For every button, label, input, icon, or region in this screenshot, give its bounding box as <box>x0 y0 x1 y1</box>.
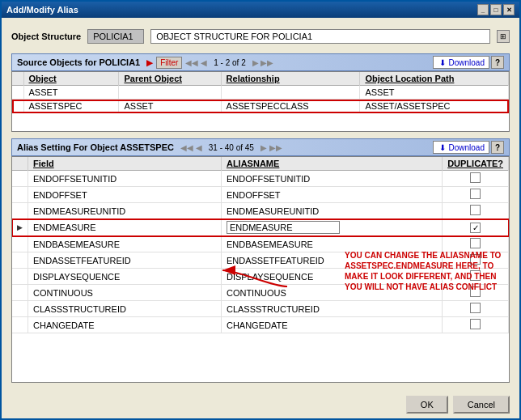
alias-row-8-field: CONTINUOUS <box>28 285 222 301</box>
title-bar: Add/Modify Alias _ □ ✕ <box>2 2 519 18</box>
alias-section: Alias Setting For Object ASSETSPEC ◀◀ ◀ … <box>11 138 510 383</box>
alias-col-arrow <box>12 157 28 171</box>
object-structure-icon[interactable]: ⊞ <box>497 30 510 43</box>
alias-row-4-alias[interactable] <box>221 219 442 236</box>
source-help-button[interactable]: ? <box>491 56 504 69</box>
alias-download-button[interactable]: ⬇ Download <box>433 141 489 154</box>
alias-row-3[interactable]: ENDMEASUREUNITID ENDMEASUREUNITID <box>12 203 509 219</box>
source-col-relationship: Relationship <box>221 72 360 86</box>
alias-section-header: Alias Setting For Object ASSETSPEC ◀◀ ◀ … <box>11 138 510 156</box>
alias-row-4-dup <box>443 219 509 236</box>
alias-download-icon: ⬇ <box>438 142 447 152</box>
alias-row-10-arrow <box>12 317 28 333</box>
row-2-parent: ASSET <box>119 100 221 113</box>
alias-row-1-arrow <box>12 171 28 187</box>
maximize-button[interactable]: □ <box>490 4 502 15</box>
alias-row-2-checkbox[interactable] <box>470 189 481 199</box>
source-col-parent: Parent Object <box>119 72 221 86</box>
alias-row-9-arrow <box>12 301 28 317</box>
filter-arrow: ▶ <box>146 58 153 67</box>
alias-section-title: Alias Setting For Object ASSETSPEC <box>17 142 174 152</box>
alias-row-6-arrow <box>12 252 28 269</box>
alias-nav-arrows-right[interactable]: ▶ ▶▶ <box>260 143 282 152</box>
nav-arrows-left[interactable]: ◀◀ ◀ <box>185 58 207 67</box>
object-structure-description: OBJECT STRUCTURE FOR POLICIA1 <box>150 29 490 44</box>
row-1-object: ASSET <box>23 86 119 100</box>
source-section-controls: ⬇ Download ? <box>433 56 504 69</box>
alias-row-3-arrow <box>12 203 28 219</box>
dialog-content: Object Structure POLICIA1 OBJECT STRUCTU… <box>2 18 519 391</box>
alias-row-5-field: ENDBASEMEASURE <box>28 236 222 252</box>
alias-help-button[interactable]: ? <box>491 141 504 154</box>
source-row-1[interactable]: ASSET ASSET <box>12 86 509 100</box>
alias-col-duplicate: DUPLICATE? <box>443 157 509 171</box>
alias-col-field: Field <box>28 157 222 171</box>
alias-row-3-alias: ENDMEASUREUNITID <box>221 203 442 219</box>
alias-row-7-arrow <box>12 269 28 285</box>
alias-row-3-field: ENDMEASUREUNITID <box>28 203 222 219</box>
filter-button[interactable]: Filter <box>156 57 182 69</box>
row-1-arrow <box>12 86 23 100</box>
nav-arrows-right[interactable]: ▶ ▶▶ <box>252 58 274 67</box>
alias-row-1-field: ENDOFFSETUNITID <box>28 171 222 187</box>
ok-button[interactable]: OK <box>406 396 448 414</box>
alias-row-5-checkbox[interactable] <box>470 238 481 248</box>
alias-nav-arrows-left[interactable]: ◀◀ ◀ <box>180 143 202 152</box>
window-title: Add/Modify Alias <box>6 5 78 15</box>
alias-row-5-arrow <box>12 236 28 252</box>
alias-row-10-field: CHANGEDATE <box>28 317 222 333</box>
alias-row-1-checkbox[interactable] <box>470 172 481 183</box>
title-bar-controls: _ □ ✕ <box>477 4 515 15</box>
object-structure-label: Object Structure <box>11 32 81 41</box>
alias-table-container: Field ALIASNAME DUPLICATE? ENDOFFSETUNIT… <box>11 156 510 383</box>
alias-row-2-arrow <box>12 187 28 203</box>
close-button[interactable]: ✕ <box>503 4 515 15</box>
alias-row-1-alias: ENDOFFSETUNITID <box>221 171 442 187</box>
object-structure-row: Object Structure POLICIA1 OBJECT STRUCTU… <box>11 26 510 47</box>
alias-row-4-alias-input[interactable] <box>227 221 340 234</box>
alias-row-4-field: ENDMEASURE <box>28 219 222 236</box>
source-table-container: Object Parent Object Relationship Object… <box>11 71 510 132</box>
alias-row-2-dup <box>443 187 509 203</box>
alias-row-6-field: ENDASSETFEATUREID <box>28 252 222 269</box>
source-section-header: Source Objects for POLICIA1 ▶ Filter ◀◀ … <box>11 53 510 71</box>
row-1-relationship <box>221 86 360 100</box>
alias-nav-info: 31 - 40 of 45 <box>205 143 257 152</box>
alias-row-8-arrow <box>12 285 28 301</box>
source-col-object: Object <box>23 72 119 86</box>
download-icon: ⬇ <box>438 57 447 67</box>
source-section: Source Objects for POLICIA1 ▶ Filter ◀◀ … <box>11 53 510 132</box>
source-download-button[interactable]: ⬇ Download <box>433 56 489 69</box>
row-2-arrow <box>12 100 23 113</box>
alias-row-4[interactable]: ▶ ENDMEASURE <box>12 219 509 236</box>
alias-row-1-dup <box>443 171 509 187</box>
alias-row-2-field: ENDOFFSET <box>28 187 222 203</box>
row-2-object: ASSETSPEC <box>23 100 119 113</box>
cancel-button[interactable]: Cancel <box>453 396 510 414</box>
alias-row-2-alias: ENDOFFSET <box>221 187 442 203</box>
source-nav-info: 1 - 2 of 2 <box>210 58 248 67</box>
source-row-2[interactable]: ASSETSPEC ASSET ASSETSPECCLASS ASSET/ASS… <box>12 100 509 113</box>
annotation-text: YOU CAN CHANGE THE ALIASNAME TO ASSETSPE… <box>345 250 502 358</box>
row-2-relationship: ASSETSPECCLASS <box>221 100 360 113</box>
alias-row-3-checkbox[interactable] <box>470 205 481 215</box>
object-structure-value: POLICIA1 <box>87 29 144 44</box>
source-section-title: Source Objects for POLICIA1 <box>17 57 140 67</box>
alias-row-4-checkbox[interactable] <box>470 223 481 233</box>
alias-section-controls: ⬇ Download ? <box>433 141 504 154</box>
alias-row-1[interactable]: ENDOFFSETUNITID ENDOFFSETUNITID <box>12 171 509 187</box>
alias-row-7-field: DISPLAYSEQUENCE <box>28 269 222 285</box>
alias-row-4-arrow: ▶ <box>12 219 28 236</box>
minimize-button[interactable]: _ <box>477 4 489 15</box>
alias-row-2[interactable]: ENDOFFSET ENDOFFSET <box>12 187 509 203</box>
row-2-location: ASSET/ASSETSPEC <box>360 100 509 113</box>
bottom-bar: OK Cancel <box>2 391 519 418</box>
main-window: Add/Modify Alias _ □ ✕ Object Structure … <box>0 0 521 420</box>
source-table: Object Parent Object Relationship Object… <box>12 72 509 113</box>
source-col-location: Object Location Path <box>360 72 509 86</box>
row-1-parent <box>119 86 221 100</box>
alias-col-aliasname: ALIASNAME <box>221 157 442 171</box>
source-col-arrow <box>12 72 23 86</box>
alias-row-9-field: CLASSSTRUCTUREID <box>28 301 222 317</box>
row-1-location: ASSET <box>360 86 509 100</box>
